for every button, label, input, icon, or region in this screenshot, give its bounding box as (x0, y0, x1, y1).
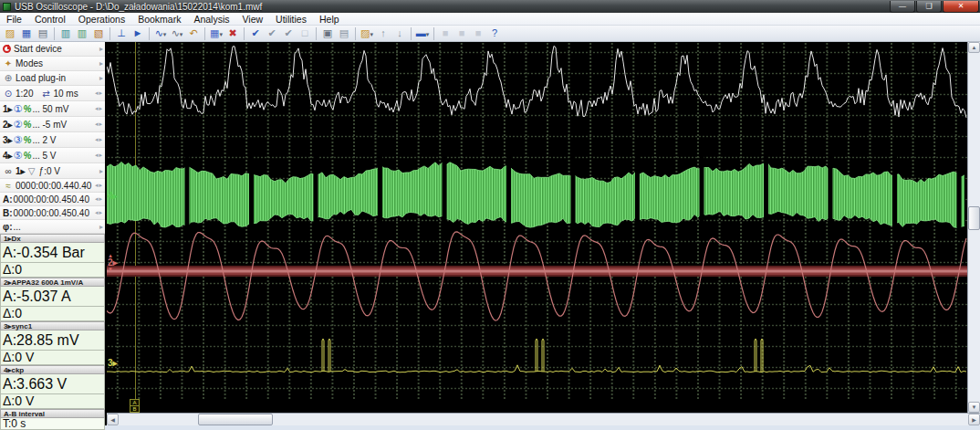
cursor-b-time-row[interactable]: B: 0000:00:00.450.40 ◂▸ (0, 206, 105, 220)
signal-smooth-icon[interactable]: ∿▾ (170, 26, 184, 41)
horizontal-scrollbar[interactable]: ◀ ▶ (107, 413, 980, 425)
block3-icon[interactable]: ■ (471, 26, 485, 41)
measure-2-header[interactable]: 2▸APPA32 600A 1mV/A (0, 278, 105, 287)
menu-help[interactable]: Help (313, 13, 346, 26)
chevron-right-icon: ▸ (99, 74, 103, 82)
toolbar-separator (433, 27, 434, 40)
timebase-icon: ⇄ (40, 89, 51, 99)
scroll-right-icon[interactable]: ▶ (968, 414, 980, 425)
stepper-icons[interactable]: ◂▸ (95, 182, 103, 189)
copy-image-icon[interactable]: ▤ (337, 26, 351, 41)
step-up-icon[interactable]: ↑ (376, 26, 391, 41)
channel-1-row[interactable]: 1▸ ① % ... 50 mV ◂▸ (0, 101, 105, 117)
signal-mode-icon[interactable]: ∿▾ (153, 26, 168, 41)
zoom-timebase-row[interactable]: ⊙ 1:20 ⇄ 10 ms ◂▸ (0, 86, 105, 101)
phase-row[interactable]: φ: ... ▸ (0, 220, 105, 234)
stepper-icons[interactable]: ◂▸ (95, 105, 103, 112)
close-button[interactable]: ✕ (943, 1, 979, 13)
channel-4-range[interactable]: ... 5 V (32, 151, 56, 161)
step-down-icon[interactable]: ↓ (392, 26, 407, 41)
phase-value: ... (13, 222, 20, 232)
vertical-scroll-thumb[interactable] (968, 206, 980, 230)
restore-button[interactable]: ❑ (916, 1, 942, 13)
trigger-level-value[interactable]: ƒ:0 V (39, 166, 60, 176)
select-region-icon[interactable]: ▣ (320, 26, 335, 41)
channel-4-row[interactable]: 4▸ ⑤ % ... 5 V ◂▸ (0, 148, 105, 163)
trigger-row[interactable]: ∞ 1▸ ▽ ƒ:0 V ▸ (0, 163, 105, 179)
help-icon[interactable]: ? (487, 26, 502, 41)
cursor-time-row[interactable]: ≈ 0000:00:00.440.40 ◂▸ (0, 179, 105, 193)
minimize-button[interactable]: — (890, 1, 915, 13)
measure-icon[interactable]: ⊥ (114, 26, 129, 41)
vertical-scrollbar[interactable]: ▲ ▼ (967, 42, 980, 413)
channel-3-row[interactable]: 3▸ ③ % ... 2 V ◂▸ (0, 132, 105, 148)
record-icon[interactable]: ▧ (91, 26, 106, 41)
chevron-right-icon: ▸ (99, 223, 103, 231)
check-prev-icon[interactable]: ✔ (265, 26, 279, 41)
menu-view[interactable]: View (236, 13, 270, 26)
time-cursor-line[interactable] (135, 42, 136, 399)
scope-display[interactable]: 4▸ ▲2▸▼ 3▸ A B (107, 42, 967, 413)
modes-button[interactable]: ✦ Modes ▸ (0, 57, 105, 71)
stepper-icons[interactable]: ◂▸ (95, 152, 103, 159)
display-mode-icon[interactable]: ▬▾ (415, 26, 430, 41)
channel-4-marker[interactable]: 4▸ (108, 191, 118, 201)
toolbar-separator (355, 27, 356, 40)
measure-4-header[interactable]: 4▸ckp (0, 365, 105, 374)
trigger-channel-label: 1▸ (16, 166, 26, 176)
channel-2-range[interactable]: ... -5 mV (32, 120, 67, 130)
menu-bookmark[interactable]: Bookmark (131, 13, 187, 26)
stepper-icons[interactable]: ◂▸ (95, 209, 103, 216)
channel-2-marker[interactable]: ▲2▸▼ (108, 254, 120, 272)
save-fragment-icon[interactable]: ▥ (58, 26, 73, 41)
marker-flag-icon[interactable]: ► (130, 26, 145, 41)
menu-control[interactable]: Control (28, 13, 72, 26)
stepper-icons[interactable]: ◂▸ (95, 89, 103, 97)
menu-file[interactable]: File (0, 13, 28, 26)
zoom-value[interactable]: 1:20 (16, 89, 33, 99)
print-icon[interactable]: ▤ (36, 26, 50, 41)
stepper-icons[interactable]: ◂▸ (95, 121, 103, 128)
menu-utilities[interactable]: Utilities (269, 13, 313, 26)
menu-analysis[interactable]: Analysis (187, 13, 235, 26)
channel-1-range[interactable]: ... 50 mV (32, 104, 68, 114)
measure-3-header[interactable]: 3▸sync1 (0, 321, 105, 330)
save-icon[interactable]: ▦ (19, 26, 34, 41)
load-plugin-button[interactable]: ⊕ Load plug-in ▸ (0, 71, 105, 86)
doc-icon[interactable]: □ (297, 26, 312, 41)
stepper-icons[interactable]: ◂▸ (95, 136, 103, 143)
cursor-a-label: A: (3, 194, 13, 205)
undo-icon[interactable]: ↶ (186, 26, 201, 41)
measure-1-delta: Δ:0 (0, 263, 105, 278)
measure-1-header[interactable]: 1▸Dx (0, 234, 105, 243)
scroll-up-icon[interactable]: ▲ (968, 42, 980, 53)
cursor-flag-b[interactable]: B (130, 405, 140, 413)
export-icon[interactable]: ▨▾ (360, 26, 374, 41)
accept-icon[interactable]: ✔ (248, 26, 263, 41)
zoom-icon: ⊙ (3, 89, 14, 99)
cursor-a-time-row[interactable]: A: 0000:00:00.450.40 ◂▸ (0, 193, 105, 206)
dropdown-arrow-icon: ▾ (180, 31, 183, 37)
view-grid-icon[interactable]: ▦▾ (209, 26, 224, 41)
control-sidebar: Start device ▸ ✦ Modes ▸ ⊕ Load plug-in … (0, 42, 105, 430)
menu-operations[interactable]: Operations (72, 13, 131, 26)
channel-3-marker[interactable]: 3▸ (108, 358, 118, 368)
channel-2-row[interactable]: 2▸ ② % ... -5 mV ◂▸ (0, 117, 105, 132)
cursor-b-label: B: (3, 208, 13, 218)
scroll-left-icon[interactable]: ◀ (107, 414, 119, 425)
copy-fragment-icon[interactable]: ▥ (75, 26, 89, 41)
probe-number-icon: ③ (14, 134, 23, 146)
stepper-icons[interactable]: ◂▸ (95, 195, 103, 203)
scroll-down-icon[interactable]: ▼ (968, 402, 980, 413)
horizontal-scroll-thumb[interactable] (198, 414, 273, 425)
start-device-button[interactable]: Start device ▸ (0, 42, 105, 57)
timebase-value[interactable]: 10 ms (53, 89, 78, 99)
load-plugin-label: Load plug-in (16, 73, 66, 83)
block2-icon[interactable]: ■ (454, 26, 469, 41)
check-next-icon[interactable]: ✔ (281, 26, 296, 41)
clear-icon[interactable]: ✖ (225, 26, 240, 41)
open-icon[interactable]: ▨ (3, 26, 17, 41)
dropdown-arrow-icon: ▾ (426, 31, 430, 37)
block1-icon[interactable]: ■ (438, 26, 453, 41)
channel-3-range[interactable]: ... 2 V (32, 135, 56, 145)
